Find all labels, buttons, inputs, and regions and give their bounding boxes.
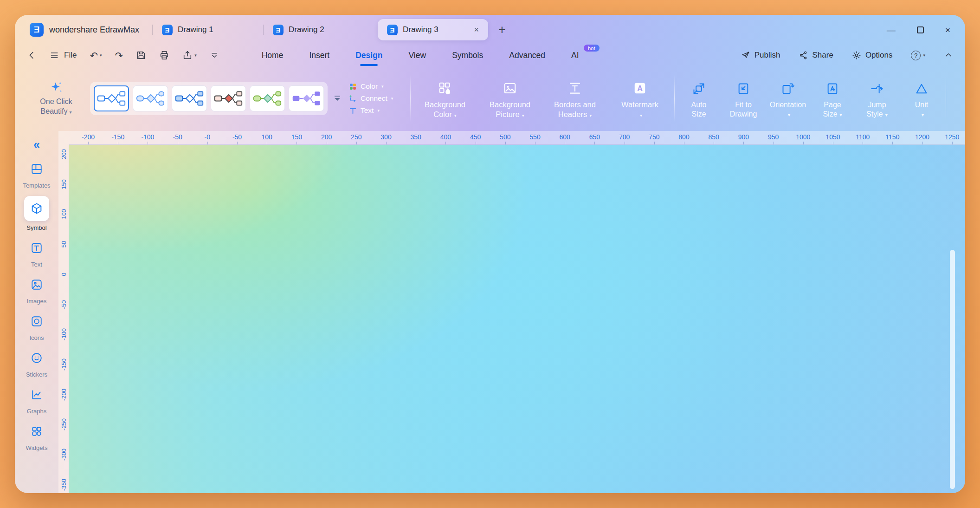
- quick-access-more-button[interactable]: [210, 51, 219, 60]
- v-ruler-label: -300: [60, 449, 67, 461]
- h-ruler-label: 850: [709, 133, 719, 141]
- sidebar-item-templates[interactable]: Templates: [23, 159, 50, 189]
- export-icon: [182, 50, 193, 60]
- borders-and-headers-button[interactable]: Borders and Headers▾: [544, 78, 606, 119]
- theme-thumbnail-1[interactable]: [94, 85, 129, 111]
- print-button[interactable]: [159, 50, 169, 60]
- sidebar-item-graphs[interactable]: Graphs: [27, 385, 47, 415]
- tab-drawing-2[interactable]: Ǝ Drawing 2: [264, 19, 374, 40]
- sidebar-item-text[interactable]: Text: [27, 238, 46, 268]
- file-menu-label: File: [64, 51, 77, 60]
- ruler-tick: [684, 142, 684, 144]
- redo-button[interactable]: ↷: [115, 51, 123, 60]
- vertical-scrollbar[interactable]: [950, 250, 955, 489]
- sidebar-item-icons[interactable]: Icons: [27, 312, 46, 341]
- graphs-icon: [31, 389, 43, 401]
- canvas[interactable]: [69, 145, 965, 493]
- button-label-line1: Background: [425, 100, 465, 110]
- back-button[interactable]: [27, 50, 37, 60]
- text-dropdown[interactable]: Text ▾: [349, 106, 405, 115]
- background-color-button[interactable]: Background Color▾: [414, 78, 476, 119]
- unit-button[interactable]: Unit ▾: [901, 78, 942, 119]
- save-button[interactable]: [136, 50, 146, 60]
- gear-icon: [852, 51, 861, 60]
- app-tab[interactable]: Ǝ wondershare EdrawMax: [23, 23, 152, 37]
- help-button[interactable]: ? ▾: [911, 51, 925, 60]
- maximize-button[interactable]: [917, 26, 924, 33]
- orientation-button[interactable]: Orientation ▾: [767, 78, 808, 119]
- ribbon-tab-view[interactable]: View: [409, 45, 426, 66]
- tab-drawing-3[interactable]: Ǝ Drawing 3 ×: [378, 19, 488, 40]
- ribbon-tab-home[interactable]: Home: [262, 45, 284, 66]
- chevron-left-icon: [27, 50, 37, 60]
- sidebar-item-widgets[interactable]: Widgets: [26, 422, 48, 451]
- new-tab-button[interactable]: +: [498, 24, 506, 36]
- export-button[interactable]: ▾: [182, 50, 197, 60]
- jump-style-button[interactable]: Jump Style▾: [857, 78, 897, 119]
- fit-to-drawing-button[interactable]: Fit to Drawing: [723, 78, 764, 119]
- ribbon-tab-design[interactable]: Design: [355, 45, 382, 66]
- ribbon-tab-ai[interactable]: AI hot: [571, 45, 579, 66]
- ruler-tick: [594, 142, 595, 144]
- auto-size-button[interactable]: Auto Size: [678, 78, 719, 119]
- h-ruler-label: -50: [173, 133, 182, 141]
- widgets-icon: [31, 425, 43, 437]
- button-label-line1: Jump: [866, 100, 888, 110]
- ribbon-tab-advanced[interactable]: Advanced: [509, 45, 545, 66]
- sidebar-item-symbol[interactable]: Symbol: [24, 196, 49, 231]
- page-size-button[interactable]: Page Size▾: [812, 78, 853, 119]
- ribbon-tab-symbols[interactable]: Symbols: [452, 45, 483, 66]
- ruler-tick: [774, 142, 774, 144]
- undo-button[interactable]: ↶ ▾: [90, 51, 102, 60]
- caret-down-icon: ▾: [69, 110, 71, 115]
- auto-size-icon: [692, 82, 705, 95]
- v-ruler-label: -350: [60, 479, 67, 491]
- theme-gallery-more-button[interactable]: [331, 95, 343, 102]
- caret-down-icon[interactable]: ▾: [100, 53, 102, 58]
- ruler-tick: [476, 142, 476, 144]
- theme-thumbnail-6[interactable]: [289, 85, 324, 111]
- h-ruler-label: 950: [768, 133, 779, 141]
- v-ruler: 200150100500-50-100-150-200-250-300-350: [58, 145, 69, 493]
- ribbon-tab-insert[interactable]: Insert: [309, 45, 329, 66]
- theme-thumbnail-3[interactable]: [172, 85, 207, 111]
- color-label: Color: [361, 82, 378, 91]
- caret-down-icon: ▾: [589, 113, 592, 118]
- sidebar-item-stickers[interactable]: Stickers: [26, 348, 47, 378]
- h-ruler-label: 750: [649, 133, 659, 141]
- theme-thumbnail-2[interactable]: [133, 85, 168, 111]
- publish-button[interactable]: Publish: [741, 51, 780, 60]
- close-button[interactable]: ×: [945, 26, 950, 34]
- tab-close-icon[interactable]: ×: [474, 26, 479, 34]
- collapse-ribbon-button[interactable]: [944, 51, 953, 60]
- svg-text:A: A: [637, 84, 643, 92]
- one-click-beautify-button[interactable]: One Click Beautify▾: [26, 81, 86, 117]
- ruler-tick: [625, 142, 625, 144]
- color-dropdown[interactable]: Color ▾: [349, 82, 405, 91]
- sidebar-item-label: Images: [27, 298, 47, 305]
- file-menu-button[interactable]: File: [50, 51, 77, 60]
- ruler-tick: [922, 142, 923, 144]
- caret-down-icon[interactable]: ▾: [194, 53, 197, 58]
- options-button[interactable]: Options: [852, 51, 893, 60]
- ruler-tick: [743, 142, 744, 144]
- text-label: Text: [361, 106, 374, 115]
- ruler-tick: [416, 142, 416, 144]
- print-icon: [159, 50, 169, 60]
- sidebar-item-images[interactable]: Images: [27, 275, 47, 305]
- connect-dropdown[interactable]: Connect ▾: [349, 94, 405, 103]
- jump-style-icon: [870, 82, 883, 95]
- tab-drawing-1[interactable]: Ǝ Drawing 1: [153, 19, 263, 40]
- background-picture-button[interactable]: Background Picture▾: [479, 78, 541, 119]
- h-ruler-label: 550: [529, 133, 540, 141]
- theme-thumbnail-5[interactable]: [250, 85, 285, 111]
- h-ruler-label: -150: [111, 133, 124, 141]
- sidebar-collapse-button[interactable]: «: [33, 137, 40, 152]
- button-label-line2: Headers: [558, 110, 587, 118]
- undo-icon: ↶: [90, 51, 98, 60]
- watermark-button[interactable]: A Watermark ▾: [609, 78, 671, 119]
- sidebar-item-label: Text: [31, 261, 42, 268]
- minimize-button[interactable]: —: [887, 26, 896, 34]
- theme-thumbnail-4[interactable]: [211, 85, 246, 111]
- share-button[interactable]: Share: [799, 51, 833, 60]
